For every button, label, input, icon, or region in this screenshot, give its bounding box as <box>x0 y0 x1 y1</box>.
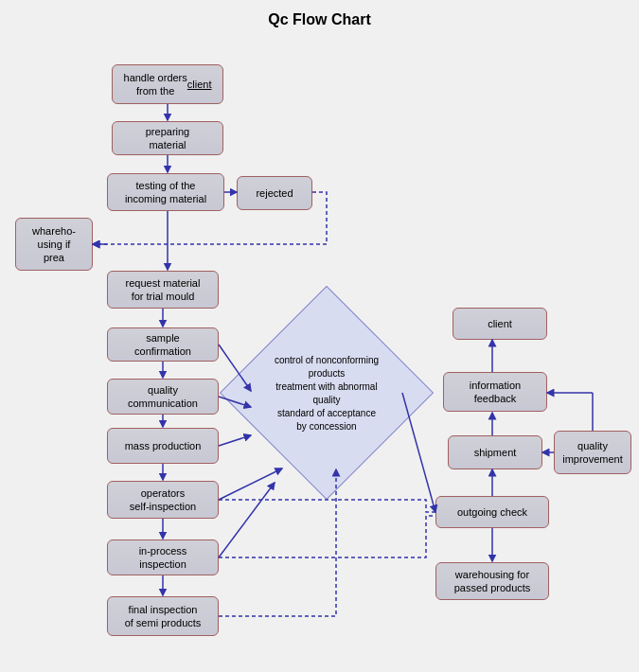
outgoing-check-box: outgoing check <box>435 496 549 528</box>
request-material-box: request materialfor trial mould <box>107 271 219 309</box>
operators-self-inspection-box: operatorsself-inspection <box>107 481 219 519</box>
sample-confirmation-box: sampleconfirmation <box>107 327 219 362</box>
in-process-inspection-box: in-processinspection <box>107 539 219 575</box>
testing-incoming-box: testing of theincoming material <box>107 173 224 211</box>
client-box: client <box>453 308 547 340</box>
preparing-material-box: preparingmaterial <box>112 121 223 155</box>
quality-improvement-box: qualityimprovement <box>554 431 631 474</box>
warehousing-passed-box: warehousing forpassed products <box>435 562 549 600</box>
quality-communication-box: qualitycommunication <box>107 379 219 415</box>
warehousing-prea-box: whareho-using ifprea <box>15 218 93 271</box>
information-feedback-box: informationfeedback <box>443 372 547 412</box>
chart-title: Qc Flow Chart <box>0 0 639 28</box>
rejected-box: rejected <box>237 176 312 210</box>
chart-container: Qc Flow Chart handle ordersfrom the clie… <box>0 0 639 672</box>
mass-production-box: mass production <box>107 428 219 464</box>
svg-line-15 <box>219 469 282 500</box>
shipment-box: shipment <box>448 435 542 469</box>
final-inspection-box: final inspectionof semi products <box>107 596 219 636</box>
handle-orders-box: handle ordersfrom the client <box>112 64 223 104</box>
diamond-text: control of nonconformingproductstreatmen… <box>241 320 412 467</box>
svg-line-16 <box>219 483 275 557</box>
